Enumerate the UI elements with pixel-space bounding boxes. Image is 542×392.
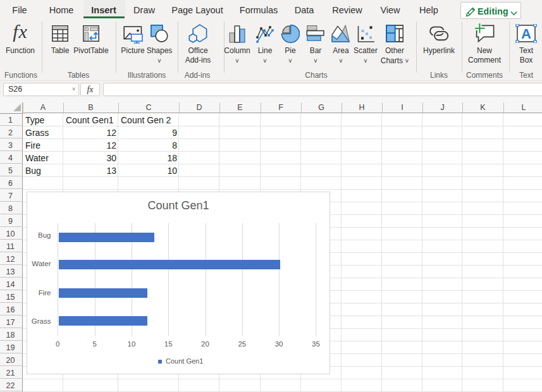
svg-text:A: A bbox=[521, 26, 531, 42]
